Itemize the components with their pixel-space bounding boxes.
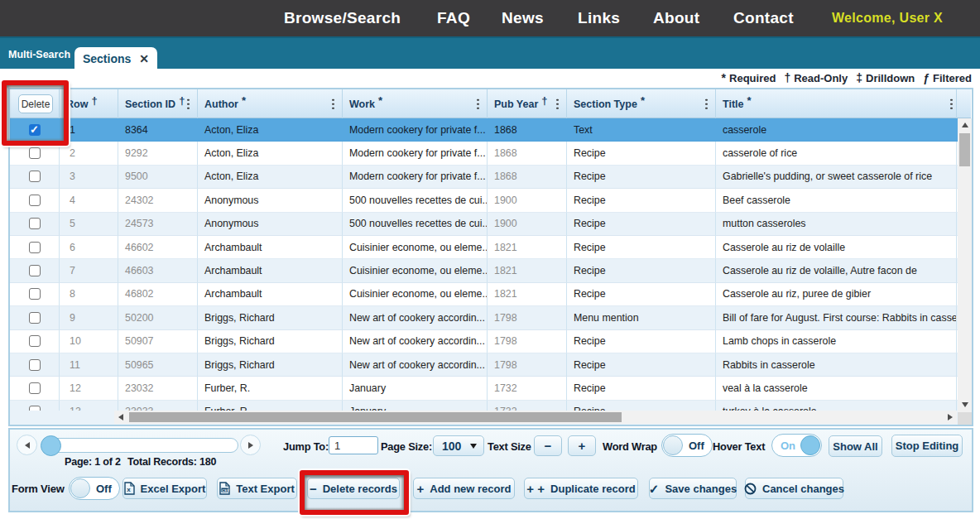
cell-year[interactable]: 1821 [488, 259, 567, 282]
cell-row[interactable]: 13 [60, 401, 118, 411]
cell-work[interactable]: Cuisinier econome, ou eleme... [343, 283, 488, 306]
cell-author[interactable]: Archambault [198, 259, 343, 282]
row-checkbox[interactable] [29, 147, 41, 159]
cell-title[interactable]: Rabbits in casserole [716, 353, 957, 377]
cell-author[interactable]: Anonymous [198, 213, 343, 236]
tab-sections[interactable]: Sections ✕ [74, 47, 157, 70]
page-slider-thumb[interactable] [41, 435, 61, 456]
form-view-toggle[interactable]: Off [69, 477, 120, 500]
cell-title[interactable]: casserole [716, 118, 957, 142]
row-checkbox[interactable] [29, 242, 41, 253]
cell-id[interactable]: 50907 [118, 330, 198, 353]
cell-author[interactable]: Furber, R. [198, 401, 343, 411]
table-row[interactable]: ✓18364Acton, ElizaModern cookery for pri… [10, 118, 971, 142]
table-row[interactable]: 646602ArchambaultCuisinier econome, ou e… [10, 236, 971, 259]
cell-author[interactable]: Acton, Eliza [198, 118, 343, 142]
nav-item-contact[interactable]: Contact [733, 0, 794, 36]
cell-row[interactable]: 9 [60, 306, 118, 329]
cell-id[interactable]: 24302 [118, 189, 198, 212]
cell-title[interactable]: veal à la casserole [716, 377, 957, 400]
cell-work[interactable]: January [343, 377, 488, 400]
nav-item-news[interactable]: News [502, 0, 544, 36]
cell-year[interactable]: 1732 [488, 377, 567, 400]
cell-title[interactable]: Casserole au riz, puree de gibier [716, 283, 957, 306]
cell-id[interactable]: 50965 [118, 353, 198, 377]
word-wrap-toggle[interactable]: Off [661, 434, 713, 457]
nav-item-faq[interactable]: FAQ [437, 0, 470, 36]
cell-author[interactable]: Archambault [198, 236, 343, 259]
table-row[interactable]: 1150965Briggs, RichardNew art of cookery… [10, 353, 971, 377]
column-menu-icon[interactable] [556, 99, 559, 109]
cell-row[interactable]: 8 [60, 283, 118, 306]
row-checkbox[interactable] [29, 335, 41, 347]
header-section-type[interactable]: Section Type* [567, 89, 716, 118]
cell-type[interactable]: Recipe [567, 283, 716, 306]
cell-row[interactable]: 4 [60, 189, 118, 212]
cell-type[interactable]: Recipe [567, 142, 716, 165]
cell-row[interactable]: 5 [60, 213, 118, 236]
header-row[interactable]: Row† [60, 89, 118, 118]
cell-type[interactable]: Recipe [567, 166, 716, 189]
cell-year[interactable]: 1798 [488, 330, 567, 353]
cell-author[interactable]: Furber, R. [198, 377, 343, 400]
horizontal-scrollbar[interactable] [114, 411, 957, 424]
vertical-scroll-thumb[interactable] [959, 133, 970, 166]
row-checkbox-checked[interactable]: ✓ [29, 124, 41, 136]
cell-title[interactable]: Casserole au riz de volaille [716, 236, 957, 259]
header-work[interactable]: Work* [343, 89, 488, 118]
cell-work[interactable]: Cuisinier econome, ou eleme... [343, 236, 488, 259]
column-menu-icon[interactable] [187, 99, 190, 109]
cell-row[interactable]: 2 [60, 142, 118, 165]
cell-author[interactable]: Acton, Eliza [198, 166, 343, 189]
cell-year[interactable]: 1732 [488, 401, 567, 411]
column-menu-icon[interactable] [705, 99, 708, 109]
cell-type[interactable]: Recipe [567, 330, 716, 353]
row-checkbox[interactable] [29, 382, 41, 394]
cell-id[interactable]: 9500 [118, 166, 198, 189]
cell-type[interactable]: Menu mention [567, 306, 716, 329]
cell-author[interactable]: Anonymous [198, 189, 343, 212]
tab-close-icon[interactable]: ✕ [139, 53, 149, 65]
cell-year[interactable]: 1821 [488, 236, 567, 259]
cell-work[interactable]: January [343, 401, 488, 411]
tab-multi-search[interactable]: Multi-Search [8, 38, 70, 70]
column-menu-icon[interactable] [332, 99, 334, 109]
cell-title[interactable]: Bill of fare for August. First course: R… [716, 306, 957, 329]
cell-work[interactable]: Modern cookery for private f... [343, 118, 488, 142]
page-size-select[interactable]: 100 [433, 435, 484, 456]
cell-year[interactable]: 1868 [488, 166, 567, 189]
cell-title[interactable]: Casserole au riz de volaille, Autre faco… [716, 259, 957, 282]
cell-type[interactable]: Recipe [567, 213, 716, 236]
table-row[interactable]: 846802ArchambaultCuisinier econome, ou e… [10, 283, 971, 306]
cell-row[interactable]: 11 [60, 353, 118, 377]
cell-id[interactable]: 50200 [118, 306, 198, 329]
cell-id[interactable]: 23032 [118, 377, 198, 400]
add-new-record-button[interactable]: + Add new record [413, 478, 515, 499]
cell-year[interactable]: 1798 [488, 306, 567, 329]
cell-row[interactable]: 7 [60, 259, 118, 282]
scroll-down-arrow[interactable] [958, 398, 972, 411]
welcome-user[interactable]: Welcome, User X [832, 0, 943, 36]
row-checkbox[interactable] [29, 312, 41, 324]
cell-row[interactable]: 10 [60, 330, 118, 353]
cell-year[interactable]: 1868 [488, 142, 567, 165]
stop-editing-button[interactable]: Stop Editing [891, 435, 963, 457]
column-menu-icon[interactable] [950, 99, 953, 109]
cell-type[interactable]: Recipe [567, 189, 716, 212]
table-row[interactable]: 524573Anonymous500 nouvelles recettes de… [10, 213, 971, 236]
table-row[interactable]: 424302Anonymous500 nouvelles recettes de… [10, 189, 971, 212]
table-row[interactable]: 1050907Briggs, RichardNew art of cookery… [10, 330, 971, 353]
delete-header-button[interactable]: Delete [18, 94, 53, 113]
cell-title[interactable]: Beef casserole [716, 189, 957, 212]
cell-author[interactable]: Briggs, Richard [198, 330, 343, 353]
scroll-left-arrow[interactable] [114, 411, 127, 424]
header-section-id[interactable]: Section ID† [118, 89, 198, 118]
jump-to-input[interactable] [329, 436, 378, 454]
cell-id[interactable]: 8364 [118, 118, 198, 142]
cell-type[interactable]: Recipe [567, 236, 716, 259]
cell-id[interactable]: 24573 [118, 213, 198, 236]
cell-year[interactable]: 1900 [488, 189, 567, 212]
scroll-up-arrow[interactable] [958, 118, 972, 132]
text-export-button[interactable]: CSV Text Export [217, 478, 297, 499]
delete-records-button[interactable]: − Delete records [307, 478, 400, 499]
